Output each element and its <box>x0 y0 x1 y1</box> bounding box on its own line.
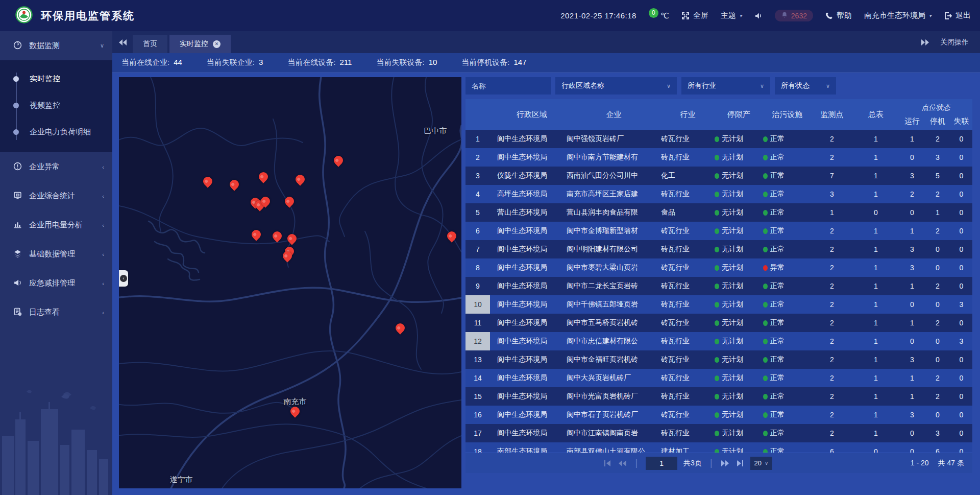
table-row[interactable]: 12阆中生态环境局阆中市忠信建材有限公砖瓦行业无计划正常21003 <box>465 332 972 350</box>
table-row[interactable]: 9阆中生态环境局阆中市二龙长宝页岩砖砖瓦行业无计划正常21120 <box>465 277 972 295</box>
stats-monitor-icon <box>13 191 22 201</box>
table-row[interactable]: 1阆中生态环境局阆中强锐页岩砖厂砖瓦行业无计划正常21120 <box>465 130 972 148</box>
table-row[interactable]: 15阆中生态环境局阆中市光富页岩机砖厂砖瓦行业无计划正常21120 <box>465 387 972 406</box>
chevron-down-icon: ∨ <box>100 42 104 49</box>
sidebar-collapse-button[interactable]: ‹ <box>119 270 128 287</box>
user-dropdown[interactable]: 南充市生态环境局▾ <box>864 11 932 20</box>
table-row[interactable]: 16阆中生态环境局阆中市石子页岩机砖厂砖瓦行业无计划正常21300 <box>465 406 972 424</box>
cell-points: 2 <box>812 227 852 235</box>
sidebar-item-0[interactable]: 数据监测∨ <box>0 31 112 60</box>
table-row[interactable]: 14阆中生态环境局阆中大兴页岩机砖厂砖瓦行业无计划正常21120 <box>465 369 972 387</box>
tab-realtime-monitor[interactable]: 实时监控 ✕ <box>169 35 231 53</box>
cell-meters: 1 <box>852 337 899 345</box>
sidebar-item-2[interactable]: 企业综合统计‹ <box>0 181 112 210</box>
bar-chart-icon <box>13 220 22 230</box>
total-count-label: 共 47 条 <box>938 459 964 468</box>
sidebar-subitem-0[interactable]: 实时监控 <box>0 65 112 92</box>
fullscreen-button[interactable]: 全屏 <box>681 11 708 20</box>
name-search-input[interactable] <box>465 77 551 95</box>
cell-industry: 砖瓦行业 <box>661 226 715 235</box>
cell-production: 无计划 <box>715 410 763 419</box>
row-number: 7 <box>465 240 490 258</box>
cell-meters: 1 <box>852 356 899 364</box>
tab-close-icon[interactable]: ✕ <box>213 40 220 48</box>
status-dot-icon <box>715 136 719 142</box>
table-row[interactable]: 5营山生态环境局营山县润丰肉食品有限食品无计划正常10010 <box>465 203 972 222</box>
region-select[interactable]: 行政区域名称∨ <box>555 77 677 95</box>
cell-industry: 砖瓦行业 <box>661 373 715 383</box>
row-number: 2 <box>465 148 490 167</box>
app-logo-icon <box>15 6 33 26</box>
table-row[interactable]: 6阆中生态环境局阆中市金博瑞新型墙材砖瓦行业无计划正常21120 <box>465 222 972 240</box>
status-dot-icon <box>715 375 719 381</box>
theme-dropdown[interactable]: 主题▾ <box>721 11 742 20</box>
chevron-down-icon: ∨ <box>760 83 764 89</box>
sidebar-subitem-2[interactable]: 企业电力负荷明细 <box>0 119 112 145</box>
table-row[interactable]: 13阆中生态环境局阆中市金福旺页岩机砖砖瓦行业无计划正常21300 <box>465 350 972 369</box>
table-row[interactable]: 2阆中生态环境局阆中市南方节能建材有砖瓦行业无计划正常21030 <box>465 148 972 167</box>
notification-badge[interactable]: 2632 <box>775 10 813 21</box>
cell-production: 无计划 <box>715 263 763 272</box>
page-number-input[interactable] <box>646 457 677 470</box>
table-row[interactable]: 7阆中生态环境局阆中明阳建材有限公司砖瓦行业无计划正常21300 <box>465 240 972 258</box>
sidebar-subitem-1[interactable]: 视频监控 <box>0 92 112 119</box>
cell-meters: 1 <box>852 282 899 290</box>
cell-offline: 0 <box>950 153 972 161</box>
cell-points: 2 <box>812 392 852 400</box>
tab-home[interactable]: 首页 <box>133 35 167 53</box>
cell-industry: 砖瓦行业 <box>661 318 715 327</box>
cell-industry: 砖瓦行业 <box>661 410 715 419</box>
megaphone-icon <box>13 278 22 289</box>
status-dot-icon <box>763 412 768 418</box>
map-panel[interactable]: 巴中市南充市遂宁市 ‹ <box>119 77 461 488</box>
sidebar-item-6[interactable]: 日志查看‹ <box>0 298 112 327</box>
app-root: 环保用电监管系统 2021-02-25 17:46:18 0 ℃ 全屏 主题▾ <box>0 0 980 495</box>
table-row[interactable]: 17阆中生态环境局阆中市江南镇阆南页岩砖瓦行业无计划正常21030 <box>465 424 972 442</box>
cell-running: 0 <box>899 447 925 453</box>
last-page-button[interactable] <box>736 460 744 467</box>
status-dot-icon <box>763 302 768 308</box>
row-number: 11 <box>465 314 490 332</box>
page-size-select[interactable]: 20∨ <box>750 457 773 470</box>
sidebar-item-1[interactable]: 企业异常‹ <box>0 152 112 181</box>
industry-select[interactable]: 所有行业∨ <box>681 77 770 95</box>
sidebar-item-4[interactable]: 基础数据管理‹ <box>0 240 112 269</box>
close-operations-button[interactable]: 关闭操作 <box>940 38 969 47</box>
table-row[interactable]: 11阆中生态环境局阆中市五马桥页岩机砖砖瓦行业无计划正常21120 <box>465 314 972 332</box>
cell-facility: 正常 <box>763 410 812 419</box>
cell-company: 南部县双佛山土河有限公 <box>567 447 661 453</box>
table-row[interactable]: 18南部生态环境局南部县双佛山土河有限公建材加工无计划正常60060 <box>465 442 972 453</box>
tabs-scroll-left-button[interactable] <box>112 31 133 53</box>
cell-facility: 正常 <box>763 373 812 383</box>
table-row[interactable]: 3仪陇生态环境局西南油气田分公司川中化工无计划正常71350 <box>465 167 972 185</box>
cell-production: 无计划 <box>715 245 763 254</box>
next-page-button[interactable] <box>721 460 730 467</box>
table-row[interactable]: 4高坪生态环境局南充市高坪区王家店建砖瓦行业无计划正常31220 <box>465 185 972 203</box>
first-page-button[interactable] <box>603 460 611 467</box>
cell-industry: 砖瓦行业 <box>661 300 715 309</box>
status-select[interactable]: 所有状态∨ <box>775 77 836 95</box>
status-dot-icon <box>715 431 719 436</box>
help-button[interactable]: 帮助 <box>825 11 852 20</box>
chevron-left-icon: ‹ <box>102 310 104 316</box>
cell-facility: 正常 <box>763 226 812 235</box>
cell-industry: 砖瓦行业 <box>661 153 715 162</box>
cell-meters: 1 <box>852 319 899 327</box>
table-row[interactable]: 8阆中生态环境局阆中市枣碧大梁山页岩砖瓦行业无计划异常21300 <box>465 258 972 277</box>
status-dot-icon <box>763 155 768 160</box>
status-dot-icon <box>715 247 719 252</box>
cell-running: 0 <box>899 429 925 437</box>
map-city-label: 南充市 <box>284 397 307 407</box>
table-row[interactable]: 10阆中生态环境局阆中千佛镇五郎垭页岩砖瓦行业无计划正常21003 <box>465 295 972 314</box>
previous-page-button[interactable] <box>618 460 627 467</box>
bullet-icon <box>13 129 19 135</box>
sound-button[interactable] <box>754 12 763 20</box>
cell-stopped: 1 <box>925 208 950 217</box>
tabs-scroll-right-button[interactable] <box>915 31 935 53</box>
cell-stopped: 0 <box>925 356 950 364</box>
cell-region: 高坪生态环境局 <box>490 190 567 199</box>
sidebar-item-5[interactable]: 应急减排管理‹ <box>0 269 112 298</box>
cell-running: 2 <box>899 190 925 198</box>
sidebar-item-3[interactable]: 企业用电量分析‹ <box>0 210 112 240</box>
logout-button[interactable]: 退出 <box>944 11 971 20</box>
